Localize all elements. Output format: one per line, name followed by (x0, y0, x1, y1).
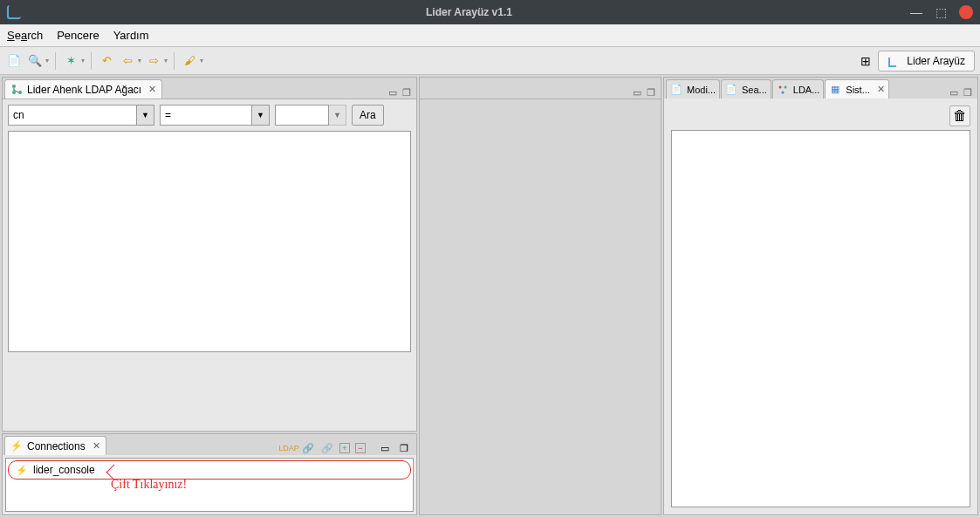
svg-point-1 (12, 91, 16, 94)
main-area: Lider Ahenk LDAP Ağacı ✕ ▭ ❐ ▼ ▼ (0, 75, 980, 517)
ldap-tree-body: ▼ ▼ ▼ Ara (3, 99, 416, 431)
right-tab-tools: ▭ ❐ (949, 87, 976, 99)
maximize-view-icon[interactable]: ❐ (647, 87, 655, 99)
minimize-view-icon[interactable]: ▭ (949, 87, 958, 99)
ldap-attr-input[interactable] (8, 105, 137, 126)
tool-new[interactable]: 📄 (5, 52, 23, 70)
close-button[interactable] (959, 5, 973, 19)
tool-back[interactable]: ⇦ (119, 52, 136, 70)
trash-icon: 🗑 (953, 108, 967, 124)
toolbar-separator (91, 52, 92, 70)
ldap-tree-tabbar: Lider Ahenk LDAP Ağacı ✕ ▭ ❐ (3, 78, 416, 99)
minimize-view-icon[interactable]: ▭ (633, 87, 641, 99)
editor-body (420, 99, 661, 514)
svg-point-3 (778, 85, 781, 88)
tool-back-dropdown[interactable]: ▾ (138, 57, 141, 65)
menu-search[interactable]: Search (7, 29, 43, 42)
ldap-attr-combo: ▼ (8, 105, 154, 126)
conn-ldap-icon[interactable]: LDAP (282, 441, 296, 455)
ldap-op-combo: ▼ (160, 105, 270, 126)
connections-tabbar: ⚡ Connections ✕ LDAP 🔗 🔗 + − ▭ ❐ (3, 434, 416, 455)
tool-highlight[interactable]: 🖌 (181, 52, 198, 70)
doc-icon: 📄 (670, 84, 682, 96)
close-tab-icon[interactable]: ✕ (148, 84, 156, 95)
toolbar-separator (174, 52, 175, 70)
editor-tabbar: ▭ ❐ (420, 78, 661, 99)
tab-system-label: Sist... (846, 85, 870, 95)
ldap-op-input[interactable] (160, 105, 252, 126)
tab-modifications-label: Modi... (687, 85, 716, 95)
connections-tab-label: Connections (27, 440, 86, 452)
menu-yardim[interactable]: Yardım (113, 29, 149, 42)
system-icon: ▦ (829, 84, 841, 96)
connection-item[interactable]: ⚡ lider_console (8, 460, 411, 480)
ldap-val-dropdown[interactable]: ▼ (329, 105, 346, 126)
tool-bookmark-dropdown[interactable]: ▾ (81, 57, 85, 65)
properties-area[interactable] (671, 130, 970, 507)
svg-point-4 (784, 85, 786, 88)
maximize-button[interactable]: ⬚ (935, 6, 947, 18)
svg-point-0 (12, 85, 16, 88)
tool-search[interactable]: 🔍 (26, 52, 44, 70)
ldap-search-button[interactable]: Ara (352, 105, 384, 126)
tab-search[interactable]: 📄 Sea... (721, 79, 771, 99)
close-tab-icon[interactable]: ✕ (93, 440, 100, 452)
close-tab-icon[interactable]: ✕ (877, 84, 885, 95)
perspective-label: Lider Arayüz (907, 55, 965, 67)
properties-view: 📄 Modi... 📄 Sea... LDA... ▦ Sist... ✕ (663, 77, 978, 515)
tool-highlight-dropdown[interactable]: ▾ (200, 57, 203, 65)
perspective-button[interactable]: Lider Arayüz (878, 51, 975, 71)
connection-item-label: lider_console (33, 464, 95, 476)
tool-forward[interactable]: ⇨ (145, 52, 162, 70)
tab-modifications[interactable]: 📄 Modi... (666, 79, 720, 99)
tool-search-dropdown[interactable]: ▾ (45, 57, 49, 65)
right-column: 📄 Modi... 📄 Sea... LDA... ▦ Sist... ✕ (663, 77, 978, 515)
editor-tab-tools: ▭ ❐ (633, 87, 659, 99)
conn-unlink-icon[interactable]: 🔗 (320, 441, 334, 455)
ldap-icon (777, 84, 789, 96)
toolbar-separator (55, 52, 56, 70)
ldap-attr-dropdown[interactable]: ▼ (137, 105, 154, 126)
middle-column: ▭ ❐ (419, 77, 661, 515)
minimize-button[interactable]: — (910, 6, 922, 18)
connections-icon: ⚡ (10, 440, 23, 452)
ldap-tree-area[interactable] (8, 131, 411, 352)
svg-point-5 (781, 91, 784, 93)
ldap-op-dropdown[interactable]: ▼ (252, 105, 270, 126)
properties-body: 🗑 (664, 99, 977, 514)
ldap-tree-view: Lider Ahenk LDAP Ağacı ✕ ▭ ❐ ▼ ▼ (2, 77, 417, 432)
properties-toolbar: 🗑 (671, 105, 970, 126)
conn-collapse-icon[interactable]: − (355, 443, 366, 453)
tool-forward-dropdown[interactable]: ▾ (164, 57, 168, 65)
maximize-view-icon[interactable]: ❐ (397, 441, 411, 455)
connections-toolbar: LDAP 🔗 🔗 + − ▭ ❐ (282, 441, 415, 455)
tool-undo[interactable]: ↶ (98, 52, 115, 70)
annotation-text: Çift Tıklayınız! (111, 478, 187, 492)
menu-pencere[interactable]: Pencere (57, 29, 99, 42)
menubar: Search Pencere Yardım (0, 24, 980, 47)
maximize-view-icon[interactable]: ❐ (963, 87, 972, 99)
tab-system[interactable]: ▦ Sist... ✕ (825, 79, 889, 99)
tab-ldap[interactable]: LDA... (772, 79, 825, 99)
maximize-view-icon[interactable]: ❐ (402, 87, 411, 99)
perspective-icon (887, 54, 901, 68)
tool-bookmark[interactable]: ✶ (62, 52, 79, 70)
connections-view: ⚡ Connections ✕ LDAP 🔗 🔗 + − ▭ ❐ ⚡ lid (2, 433, 417, 515)
ldap-val-combo: ▼ (275, 105, 346, 126)
window-title: Lider Arayüz v1.1 (28, 6, 910, 18)
conn-link-icon[interactable]: 🔗 (301, 441, 315, 455)
ldap-val-input[interactable] (275, 105, 329, 126)
minimize-view-icon[interactable]: ▭ (388, 87, 397, 99)
main-toolbar: 📄 🔍 ▾ ✶ ▾ ↶ ⇦ ▾ ⇨ ▾ 🖌 ▾ ⊞ Lider Arayüz (0, 47, 980, 75)
delete-button[interactable]: 🗑 (949, 105, 970, 126)
connections-tab[interactable]: ⚡ Connections ✕ (4, 436, 106, 455)
minimize-view-icon[interactable]: ▭ (378, 441, 392, 455)
conn-expand-icon[interactable]: + (339, 443, 350, 453)
tab-ldap-label: LDA... (793, 85, 820, 95)
ldap-tree-tab[interactable]: Lider Ahenk LDAP Ağacı ✕ (4, 79, 162, 99)
ldap-tree-icon (10, 84, 23, 96)
svg-point-2 (18, 91, 22, 94)
open-perspective-button[interactable]: ⊞ (857, 52, 874, 70)
window-controls: — ⬚ (910, 5, 973, 19)
right-tabbar: 📄 Modi... 📄 Sea... LDA... ▦ Sist... ✕ (664, 78, 977, 99)
